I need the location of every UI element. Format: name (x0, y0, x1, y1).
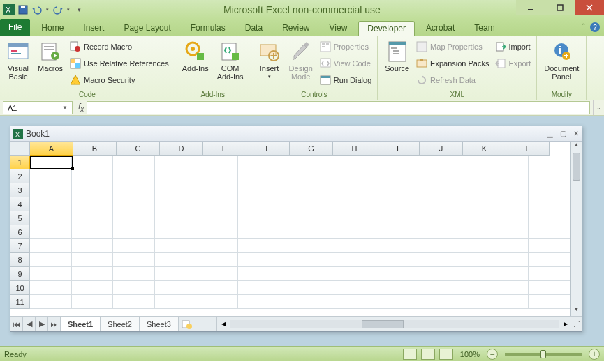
formula-input[interactable] (87, 101, 590, 114)
cell[interactable] (487, 253, 529, 267)
redo-icon[interactable] (52, 3, 64, 16)
cell[interactable] (113, 253, 155, 267)
cell[interactable] (362, 183, 404, 197)
cell[interactable] (72, 183, 114, 197)
cell[interactable] (362, 197, 404, 211)
cell[interactable] (196, 197, 238, 211)
column-header[interactable]: B (73, 142, 117, 156)
scroll-down-icon[interactable]: ▼ (571, 306, 582, 316)
cell[interactable] (487, 295, 529, 309)
minimize-button[interactable] (516, 0, 545, 15)
cell[interactable] (113, 197, 155, 211)
undo-dropdown-icon[interactable]: ▾ (45, 3, 50, 16)
file-tab[interactable]: File (0, 19, 30, 36)
cell[interactable] (279, 183, 321, 197)
cell[interactable] (113, 281, 155, 295)
cell[interactable] (487, 225, 529, 239)
column-header[interactable]: H (333, 142, 376, 156)
cell[interactable] (279, 211, 321, 225)
cell[interactable] (279, 267, 321, 281)
cell[interactable] (30, 295, 72, 309)
cell[interactable] (404, 225, 446, 239)
cell[interactable] (196, 239, 238, 253)
cell[interactable] (196, 253, 238, 267)
record-macro-button[interactable]: Record Macro (68, 39, 170, 54)
cell[interactable] (321, 197, 363, 211)
cell[interactable] (362, 281, 404, 295)
cell[interactable] (30, 211, 72, 225)
tab-acrobat[interactable]: Acrobat (418, 20, 463, 36)
column-header[interactable]: F (246, 142, 290, 156)
cell[interactable] (196, 267, 238, 281)
row-header[interactable]: 10 (10, 281, 30, 295)
cell[interactable] (529, 295, 570, 309)
import-button[interactable]: Import (494, 39, 533, 54)
cell[interactable] (72, 156, 114, 169)
cell[interactable] (362, 225, 404, 239)
cell[interactable] (529, 183, 570, 197)
cell[interactable] (487, 169, 529, 183)
cell[interactable] (321, 281, 363, 295)
cell[interactable] (321, 239, 363, 253)
cell[interactable] (238, 281, 280, 295)
cell[interactable] (529, 239, 570, 253)
cell[interactable] (445, 253, 487, 267)
cell[interactable] (113, 211, 155, 225)
undo-icon[interactable] (31, 3, 43, 16)
tab-data[interactable]: Data (237, 20, 271, 36)
cell[interactable] (529, 253, 570, 267)
cell[interactable] (321, 225, 363, 239)
scroll-up-icon[interactable]: ▲ (571, 142, 582, 151)
tab-page-layout[interactable]: Page Layout (115, 20, 179, 36)
cell[interactable] (155, 169, 197, 183)
select-all-corner[interactable] (10, 142, 30, 156)
cell[interactable] (404, 183, 446, 197)
minimize-ribbon-icon[interactable]: ⌃ (580, 22, 586, 32)
row-header[interactable]: 9 (10, 267, 30, 281)
vertical-scrollbar[interactable]: ▲ ▼ (570, 142, 582, 316)
cell[interactable] (238, 295, 280, 309)
cell[interactable] (404, 267, 446, 281)
cell[interactable] (529, 225, 570, 239)
cell[interactable] (196, 295, 238, 309)
cell[interactable] (487, 281, 529, 295)
cell[interactable] (404, 169, 446, 183)
cell[interactable] (445, 211, 487, 225)
cell[interactable] (362, 211, 404, 225)
cell[interactable] (487, 183, 529, 197)
cell[interactable] (529, 197, 570, 211)
cell[interactable] (445, 169, 487, 183)
column-header[interactable]: K (463, 142, 506, 156)
name-box-dropdown-icon[interactable]: ▼ (62, 105, 68, 111)
cell[interactable] (30, 169, 72, 183)
hscroll-thumb[interactable] (362, 320, 404, 328)
cell[interactable] (196, 281, 238, 295)
cell[interactable] (279, 169, 321, 183)
cell[interactable] (362, 295, 404, 309)
document-panel-button[interactable]: i Document Panel (541, 39, 582, 82)
cell[interactable] (155, 295, 197, 309)
row-header[interactable]: 6 (10, 225, 30, 239)
tab-formulas[interactable]: Formulas (182, 20, 234, 36)
properties-button[interactable]: Properties (318, 39, 373, 54)
cell[interactable] (445, 295, 487, 309)
view-code-button[interactable]: View Code (318, 56, 373, 71)
cell[interactable] (155, 211, 197, 225)
cell[interactable] (155, 253, 197, 267)
column-header[interactable]: C (117, 142, 160, 156)
cell[interactable] (279, 156, 321, 169)
cell[interactable] (30, 156, 72, 169)
cell[interactable] (321, 183, 363, 197)
row-header[interactable]: 7 (10, 239, 30, 253)
cell[interactable] (362, 169, 404, 183)
cell[interactable] (529, 281, 570, 295)
cell[interactable] (196, 183, 238, 197)
cell[interactable] (321, 211, 363, 225)
addins-button[interactable]: Add-Ins (179, 39, 212, 74)
sheet-tab[interactable]: Sheet3 (140, 317, 179, 331)
expansion-packs-button[interactable]: Expansion Packs (415, 56, 490, 71)
scroll-thumb[interactable] (573, 153, 580, 181)
source-button[interactable]: Source (382, 39, 412, 74)
cell[interactable] (362, 267, 404, 281)
cell[interactable] (321, 169, 363, 183)
